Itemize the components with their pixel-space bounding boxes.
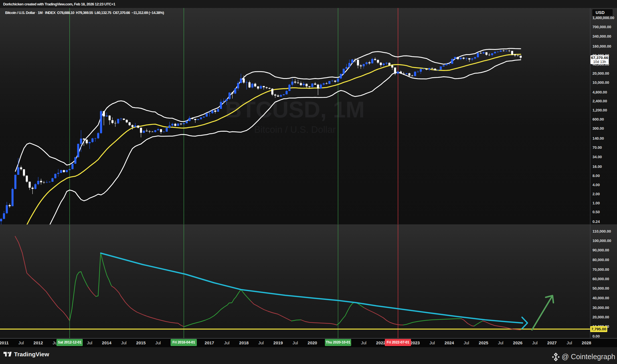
svg-text:BTCUSD, 1M: BTCUSD, 1M — [225, 97, 365, 122]
svg-text:Bitcoin / U.S. Dollar: Bitcoin / U.S. Dollar — [254, 124, 336, 135]
